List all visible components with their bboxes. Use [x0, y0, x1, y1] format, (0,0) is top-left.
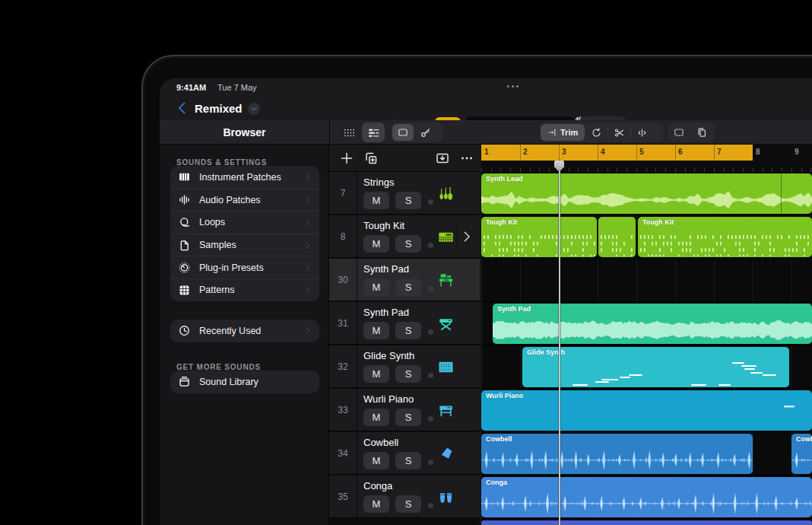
plus-icon [338, 151, 355, 166]
track-header-row[interactable]: 8 Tough Kit M S [329, 215, 480, 258]
import-tray-icon [434, 151, 451, 166]
grid-view-button[interactable] [338, 123, 360, 142]
track-header-row[interactable]: 32 Glide Synth M S [329, 345, 480, 388]
marquee-button[interactable] [668, 124, 690, 141]
track-number: 34 [329, 432, 357, 474]
trim-button[interactable]: Trim [541, 124, 585, 141]
sidebar-item-plug-in-presets[interactable]: Plug-in Presets [170, 256, 319, 278]
chevron-left-icon [175, 100, 190, 116]
trim-icon [547, 127, 558, 138]
track-expand-button[interactable] [460, 230, 474, 243]
solo-button[interactable]: S [395, 365, 421, 383]
sidebar-item-samples[interactable]: Samples [170, 234, 319, 256]
track-name: Wurli Piano [363, 393, 414, 405]
sidebar-item-recently-used[interactable]: Recently Used [170, 320, 319, 342]
bar-ruler[interactable]: 123456789 [481, 145, 812, 172]
track-header-row[interactable]: 33 Wurli Piano M S [329, 389, 480, 431]
mute-button[interactable]: M [363, 495, 389, 513]
sidebar-item-audio-patches[interactable]: Audio Patches [170, 189, 319, 212]
region-waveform [493, 312, 812, 343]
region-glide-synth[interactable]: Glide Synth [522, 347, 789, 387]
track-instrument-icon [437, 185, 455, 202]
strings-icon [437, 185, 455, 202]
region-label: Tough Kit [486, 218, 517, 226]
region-cowbell[interactable]: Cowbell [481, 434, 753, 474]
bar-number: 9 [795, 148, 799, 156]
track-instrument-icon [437, 488, 455, 506]
import-button[interactable] [434, 151, 451, 166]
region-tough-kit[interactable]: Tough Kit [638, 217, 812, 257]
track-header-row[interactable]: 30 Synth Pad M S [329, 259, 480, 301]
solo-button[interactable]: S [395, 495, 421, 513]
stretch-button[interactable] [632, 124, 652, 141]
pencil-tool-button[interactable] [415, 124, 436, 141]
ruler-tick-strip[interactable] [481, 161, 812, 172]
sidebar-item-sound-library[interactable]: Sound Library [170, 371, 319, 393]
region-clip[interactable] [481, 520, 812, 525]
bar-number: 2 [523, 148, 528, 156]
tracks-view-button[interactable] [362, 123, 385, 142]
track-header-row[interactable]: 34 Cowbell M S [329, 432, 480, 475]
mute-button[interactable]: M [363, 322, 389, 339]
chevron-right-icon [303, 173, 312, 181]
cycle-region[interactable] [481, 145, 753, 161]
region-label: Cowbell [486, 435, 512, 443]
back-button[interactable] [175, 100, 190, 116]
duplicate-track-button[interactable] [363, 151, 379, 166]
bar-number: 3 [562, 148, 566, 156]
track-number: 30 [329, 259, 357, 301]
region-conga[interactable]: Conga [481, 477, 812, 517]
chevron-right-icon [303, 286, 312, 294]
region-label: Conga [486, 479, 507, 486]
edit-function-segment: Trim [540, 123, 664, 142]
congas-icon [437, 488, 455, 506]
region-tough-kit[interactable]: Tough Kit [481, 217, 597, 257]
track-header-row[interactable]: 7 Strings M S [329, 172, 480, 215]
track-header-row[interactable]: 31 Synth Pad M S [329, 302, 480, 345]
solo-button[interactable]: S [395, 452, 421, 469]
region-waveform [481, 182, 812, 213]
select-tool-button[interactable] [392, 124, 414, 141]
chevron-right-icon [303, 218, 312, 227]
region-wurli-piano[interactable]: Wurli Piano [481, 390, 812, 431]
track-name: Glide Synth [363, 350, 414, 361]
project-title[interactable]: Remixed [195, 102, 243, 115]
mute-button[interactable]: M [363, 365, 389, 383]
app-header: Remixed 00 3 1 1 001 127.0 4/4 C maj 123… [160, 97, 812, 120]
loop-button[interactable] [586, 124, 607, 141]
copy-button[interactable] [691, 124, 712, 141]
track-number: 35 [329, 476, 357, 517]
mute-button[interactable]: M [363, 452, 389, 469]
track-header-row[interactable]: 35 Conga M S [329, 476, 480, 518]
more-options-button[interactable] [458, 151, 475, 166]
solo-button[interactable]: S [395, 409, 421, 426]
split-button[interactable] [609, 124, 630, 141]
region-synth-lead[interactable]: Synth Lead [481, 173, 812, 214]
sidebar-item-loops[interactable]: Loops [170, 211, 319, 234]
sidebar-item-instrument-patches[interactable]: Instrument Patches [170, 166, 319, 189]
region-waveform [481, 485, 812, 517]
track-status-dot [428, 286, 433, 291]
solo-button[interactable]: S [395, 322, 421, 339]
multitasking-indicator-icon[interactable] [507, 85, 519, 88]
solo-button[interactable]: S [395, 278, 421, 296]
mute-button[interactable]: M [363, 278, 389, 296]
solo-button[interactable]: S [395, 192, 421, 209]
region-cowbell[interactable]: Cowbell [791, 434, 812, 474]
tracks-list-icon [367, 126, 380, 139]
keyboard-stand-icon [437, 315, 455, 332]
solo-button[interactable]: S [395, 235, 421, 253]
region-label: Tough Kit [642, 218, 674, 226]
region-synth-pad[interactable]: Synth Pad [493, 304, 812, 344]
project-menu-button[interactable] [248, 103, 260, 115]
track-number: 7 [329, 172, 357, 214]
mute-button[interactable]: M [363, 409, 389, 426]
playhead[interactable] [559, 161, 560, 525]
region-label: Synth Pad [497, 305, 531, 313]
region-clip[interactable] [598, 217, 636, 257]
sidebar-item-patterns[interactable]: Patterns [170, 278, 319, 301]
track-status-dot [428, 503, 433, 508]
mute-button[interactable]: M [363, 235, 389, 253]
add-track-button[interactable] [338, 151, 355, 166]
mute-button[interactable]: M [363, 192, 389, 209]
